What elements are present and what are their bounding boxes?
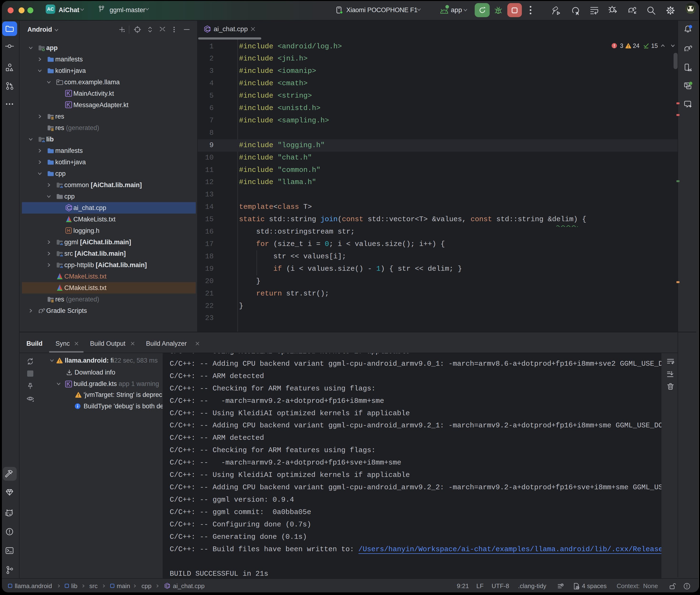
svg-text:A: A: [576, 11, 579, 16]
